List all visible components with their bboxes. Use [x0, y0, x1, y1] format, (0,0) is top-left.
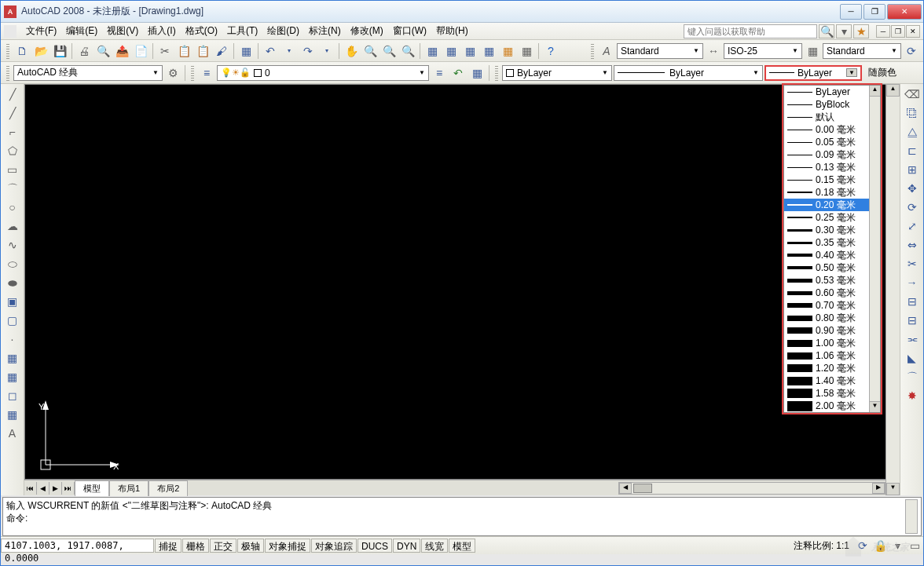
tab-layout2[interactable]: 布局2 — [148, 480, 188, 496]
mdi-restore-button[interactable]: ❐ — [891, 25, 905, 38]
offset-button[interactable]: ⊏ — [904, 142, 921, 159]
command-scrollbar[interactable] — [905, 499, 918, 534]
chamfer-button[interactable]: ◣ — [904, 349, 921, 367]
move-button[interactable]: ✥ — [904, 180, 921, 197]
dim-style-dropdown[interactable]: ISO-25▼ — [724, 43, 802, 59]
trim-button[interactable]: ✂ — [904, 255, 921, 272]
array-button[interactable]: ⊞ — [904, 161, 921, 178]
tab-next-button[interactable]: ▶ — [50, 482, 62, 495]
stretch-button[interactable]: ⇔ — [904, 236, 921, 254]
color-dropdown[interactable]: ByLayer▼ — [502, 65, 612, 81]
app-menu-icon[interactable] — [4, 25, 16, 38]
vertical-scrollbar[interactable]: ▲ ▼ — [886, 84, 900, 495]
status-toggle[interactable]: 对象捕捉 — [265, 539, 310, 553]
status-toggle[interactable]: 模型 — [449, 539, 475, 553]
zoom-realtime-button[interactable]: 🔍 — [361, 42, 379, 60]
status-toggle[interactable]: 极轴 — [237, 539, 264, 553]
revision-cloud-button[interactable]: ☁ — [4, 217, 21, 235]
lineweight-option[interactable]: 0.80 毫米 — [784, 312, 880, 324]
lineweight-option[interactable]: 0.09 毫米 — [784, 148, 880, 161]
lineweight-option[interactable]: 0.13 毫米 — [784, 161, 880, 173]
match-properties-button[interactable]: 🖌 — [213, 42, 230, 60]
table-button[interactable]: ▦ — [4, 406, 21, 423]
toolbar-grip[interactable] — [495, 65, 498, 81]
help-search-input[interactable] — [684, 24, 817, 38]
status-toggle[interactable]: DYN — [393, 539, 420, 553]
lineweight-option[interactable]: 0.30 毫米 — [784, 224, 880, 236]
lineweight-option[interactable]: 默认 — [784, 111, 880, 123]
table-style-icon[interactable]: ▦ — [804, 42, 821, 60]
insert-block-button[interactable]: ▣ — [4, 293, 21, 310]
mtext-button[interactable]: A — [4, 425, 21, 442]
construction-line-button[interactable]: ╱ — [4, 104, 21, 122]
rectangle-button[interactable]: ▭ — [4, 161, 21, 178]
lineweight-option[interactable]: 0.60 毫米 — [784, 287, 880, 299]
workspace-settings-button[interactable]: ⚙ — [164, 64, 182, 82]
copy-button[interactable]: 📋 — [175, 42, 192, 60]
tool-palette-button[interactable]: ▦ — [461, 42, 478, 60]
scroll-up-button[interactable]: ▲ — [886, 84, 900, 97]
lineweight-option[interactable]: 0.25 毫米 — [784, 211, 880, 224]
tab-last-button[interactable]: ⏭ — [62, 482, 75, 495]
lineweight-option[interactable]: 0.50 毫米 — [784, 261, 880, 274]
ellipse-arc-button[interactable]: ⬬ — [4, 274, 21, 291]
menu-item[interactable]: 绘图(D) — [262, 23, 304, 39]
status-toggle[interactable]: 对象追踪 — [311, 539, 357, 553]
lineweight-option[interactable]: 2.11 毫米 — [784, 412, 880, 413]
annoscale-icon[interactable]: ⟳ — [903, 42, 920, 60]
mdi-close-button[interactable]: ✕ — [906, 25, 920, 38]
paste-button[interactable]: 📋 — [194, 42, 211, 60]
hatch-button[interactable]: ▦ — [4, 349, 21, 367]
menu-item[interactable]: 修改(M) — [346, 23, 388, 39]
undo-button[interactable]: ↶ — [262, 42, 279, 60]
lineweight-option[interactable]: 0.53 毫米 — [784, 274, 880, 287]
workspace-dropdown[interactable]: AutoCAD 经典▼ — [13, 65, 163, 81]
arc-button[interactable]: ⌒ — [4, 180, 21, 197]
horizontal-scrollbar[interactable]: ◀ ▶ — [618, 482, 886, 495]
scroll-thumb[interactable] — [633, 484, 652, 493]
lineweight-option[interactable]: ByLayer — [784, 86, 880, 98]
scroll-left-button[interactable]: ◀ — [619, 483, 632, 494]
drawing-canvas[interactable]: Y X — [24, 84, 886, 480]
menu-item[interactable]: 视图(V) — [102, 23, 143, 39]
status-toggle[interactable]: 捕捉 — [155, 539, 182, 553]
break-button[interactable]: ⊟ — [904, 312, 921, 329]
explode-button[interactable]: ✸ — [904, 387, 921, 404]
fillet-button[interactable]: ⌒ — [904, 368, 921, 385]
lineweight-scrollbar[interactable]: ▲ ▼ — [869, 86, 880, 412]
lineweight-option[interactable]: 0.00 毫米 — [784, 123, 880, 136]
annoscale-button[interactable]: ⟳ — [854, 537, 871, 554]
infocenter-icon[interactable]: ▾ — [836, 24, 852, 38]
pan-button[interactable]: ✋ — [343, 42, 360, 60]
command-line[interactable]: 输入 WSCURRENT 的新值 <"二维草图与注释">: AutoCAD 经典… — [2, 497, 922, 536]
redo-button[interactable]: ↷ — [299, 42, 317, 60]
help-button[interactable]: ? — [542, 42, 559, 60]
lineweight-option[interactable]: 0.15 毫米 — [784, 173, 880, 186]
layer-previous-button[interactable]: ↶ — [449, 64, 467, 82]
close-button[interactable]: ✕ — [887, 4, 922, 20]
status-toggle[interactable]: DUCS — [358, 539, 392, 553]
menu-item[interactable]: 工具(T) — [222, 23, 262, 39]
lineweight-option[interactable]: 2.00 毫米 — [784, 400, 880, 412]
text-style-dropdown[interactable]: Standard▼ — [617, 43, 703, 59]
print-button[interactable]: 🖨 — [75, 42, 93, 60]
join-button[interactable]: ⫘ — [904, 330, 921, 348]
new-button[interactable]: 🗋 — [13, 42, 31, 60]
search-icon[interactable]: 🔍 — [819, 24, 834, 38]
menu-item[interactable]: 插入(I) — [143, 23, 180, 39]
make-block-button[interactable]: ▢ — [4, 312, 21, 329]
scale-button[interactable]: ⤢ — [904, 217, 921, 235]
layer-states-button[interactable]: ≡ — [431, 64, 448, 82]
lw-scroll-up[interactable]: ▲ — [870, 86, 880, 97]
clean-screen-icon[interactable]: ▭ — [906, 537, 923, 554]
lineweight-option[interactable]: 0.20 毫米 — [784, 199, 880, 211]
dim-style-icon[interactable]: ↔ — [705, 42, 722, 60]
coordinates-display[interactable]: 4107.1003, 1917.0087, 0.0000 — [1, 539, 154, 553]
lineweight-option[interactable]: 0.40 毫米 — [784, 249, 880, 261]
status-toggle[interactable]: 正交 — [210, 539, 236, 553]
quickcalc-button[interactable]: ▦ — [518, 42, 535, 60]
polygon-button[interactable]: ⬠ — [4, 142, 21, 159]
toolbar-grip[interactable] — [191, 65, 194, 81]
tab-model[interactable]: 模型 — [75, 480, 109, 496]
ellipse-button[interactable]: ⬭ — [4, 255, 21, 272]
